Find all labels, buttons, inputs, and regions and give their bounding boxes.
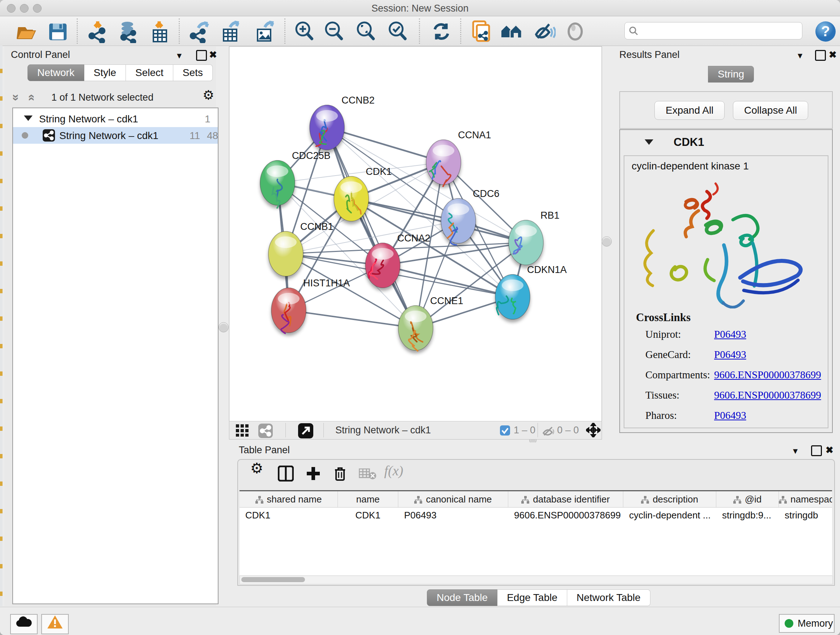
left-splitter-handle[interactable] (218, 322, 229, 333)
tab-style[interactable]: Style (84, 65, 126, 81)
crosslink-link[interactable]: 9606.ENSP00000378699 (714, 369, 821, 381)
gear-icon[interactable]: ⚙ (202, 90, 214, 100)
network-node-CCNE1[interactable]: CCNE1 (398, 295, 463, 351)
refresh-button[interactable] (430, 20, 453, 43)
import-table-from-file-button[interactable] (148, 20, 172, 43)
crosslink-link[interactable]: P06493 (714, 348, 746, 361)
tab-network[interactable]: Network (27, 65, 84, 81)
close-panel-icon[interactable]: ✖ (829, 50, 837, 59)
expand-all-icon[interactable]: » (23, 94, 37, 101)
open-in-window-icon[interactable] (298, 423, 313, 439)
crosslink-link[interactable]: P06493 (714, 328, 746, 340)
search-input[interactable] (624, 22, 802, 40)
tab-string[interactable]: String (708, 66, 754, 82)
tab-node-table[interactable]: Node Table (427, 589, 497, 606)
tab-network-table[interactable]: Network Table (567, 589, 651, 606)
network-node-CDC25B[interactable]: CDC25B (260, 150, 331, 208)
collapse-all-button[interactable]: Collapse All (733, 101, 808, 120)
network-collection-row[interactable]: String Network – cdk1 1 (13, 111, 218, 127)
zoom-fit-button[interactable] (355, 20, 378, 43)
table-cell[interactable]: CDK1 (338, 508, 398, 523)
close-panel-icon[interactable]: ✖ (826, 445, 834, 455)
float-panel-icon[interactable] (815, 50, 826, 61)
export-table-button[interactable] (219, 20, 242, 43)
export-network-button[interactable] (189, 20, 212, 43)
birds-eye-view-icon[interactable] (236, 424, 249, 437)
close-panel-icon[interactable]: ✖ (209, 50, 217, 59)
title-bar: Session: New Session (0, 0, 840, 16)
node-label: CCNB2 (341, 95, 375, 106)
network-node-CCNA1[interactable]: CCNA1 (426, 130, 491, 187)
float-menu-icon[interactable]: ▾ (798, 51, 802, 60)
float-panel-icon[interactable] (811, 445, 822, 456)
save-session-button[interactable] (46, 20, 69, 43)
tab-sets[interactable]: Sets (173, 65, 213, 81)
tab-select[interactable]: Select (126, 65, 173, 81)
crosslink-link[interactable]: 9606.ENSP00000378699 (714, 389, 821, 401)
node-label: CCNA1 (458, 130, 491, 141)
column-header-database-identifier[interactable]: database identifier (508, 491, 623, 508)
hidden-count: 0 – 0 (557, 424, 579, 436)
collapse-all-icon[interactable]: » (9, 94, 24, 101)
network-node-CDKN1A[interactable]: CDKN1A (495, 264, 567, 319)
help-button[interactable]: ? (814, 20, 837, 43)
zoom-out-button[interactable] (323, 20, 346, 43)
add-column-icon[interactable] (305, 466, 321, 481)
export-image-button[interactable] (253, 20, 276, 43)
node-table[interactable]: shared namenamecanonical namedatabase id… (240, 490, 832, 575)
gene-section-header[interactable]: CDK1 (620, 130, 832, 155)
column-header-description[interactable]: description (623, 491, 716, 508)
crosslink-link[interactable]: P06493 (714, 409, 746, 421)
table-settings-gear-icon[interactable]: ⚙ (250, 463, 264, 473)
network-edge[interactable] (327, 127, 444, 162)
fit-selection-crosshair-icon[interactable] (586, 423, 600, 437)
column-header-shared-name[interactable]: shared name (240, 491, 338, 508)
column-header-name[interactable]: name (338, 491, 398, 508)
collapse-triangle-icon[interactable] (24, 116, 33, 121)
table-cell[interactable]: 9606.ENSP00000378699 (508, 508, 623, 523)
import-network-from-file-button[interactable] (87, 20, 110, 43)
hide-panel-eye-icon-button[interactable] (532, 20, 556, 43)
column-header-canonical-name[interactable]: canonical name (398, 491, 508, 508)
tab-edge-table[interactable]: Edge Table (497, 589, 567, 606)
network-node-HIST1H1A[interactable]: HIST1H1A (271, 278, 350, 333)
network-edge[interactable] (327, 127, 416, 328)
function-builder-icon: f(x) (384, 463, 403, 478)
import-network-from-database-button[interactable] (117, 20, 140, 43)
table-cell[interactable]: stringdb (779, 508, 832, 523)
network-node-CDC6[interactable]: CDC6 (441, 188, 500, 245)
network-node-RB1[interactable]: RB1 (508, 210, 560, 265)
table-horizontal-scrollbar[interactable] (240, 576, 833, 584)
expand-all-button[interactable]: Expand All (654, 101, 725, 120)
open-session-button[interactable] (14, 20, 37, 43)
network-share-icon[interactable] (258, 424, 273, 438)
network-edge[interactable] (289, 310, 416, 328)
node-label: CDK1 (366, 166, 392, 177)
show-columns-icon[interactable] (278, 466, 294, 481)
memory-button[interactable]: Memory (779, 614, 835, 633)
cloud-button[interactable] (10, 614, 38, 634)
show-panel-eye-icon-button[interactable] (564, 20, 587, 43)
float-menu-icon[interactable]: ▾ (793, 446, 798, 455)
selected-checkbox-icon[interactable] (500, 425, 510, 435)
network-canvas[interactable]: CCNB2CCNA1CDC25BCDK1CDC6RB1CCNB1CCNA2CDK… (229, 46, 602, 422)
float-menu-icon[interactable]: ▾ (177, 51, 182, 60)
table-cell[interactable]: CDK1 (240, 508, 338, 523)
column-header-@id[interactable]: @id (716, 491, 779, 508)
delete-column-icon[interactable] (332, 466, 348, 481)
collapse-triangle-icon[interactable] (645, 139, 653, 145)
zoom-in-button[interactable] (293, 20, 316, 43)
zoom-selected-button[interactable] (386, 20, 409, 43)
float-panel-icon[interactable] (196, 50, 207, 61)
scrollbar-thumb[interactable] (241, 577, 305, 582)
table-cell[interactable]: P06493 (398, 508, 508, 523)
column-header-namespace[interactable]: namespace (779, 491, 832, 508)
network-label: String Network – cdk1 (59, 130, 158, 141)
warning-button[interactable] (41, 614, 69, 634)
copy-network-button[interactable] (470, 20, 493, 43)
network-row[interactable]: String Network – cdk1 11 48 (13, 127, 218, 144)
home-button[interactable] (500, 20, 523, 43)
right-splitter-handle[interactable] (602, 236, 612, 247)
table-cell[interactable]: stringdb:9... (716, 508, 778, 523)
table-cell[interactable]: cyclin-dependent ... (623, 508, 716, 523)
